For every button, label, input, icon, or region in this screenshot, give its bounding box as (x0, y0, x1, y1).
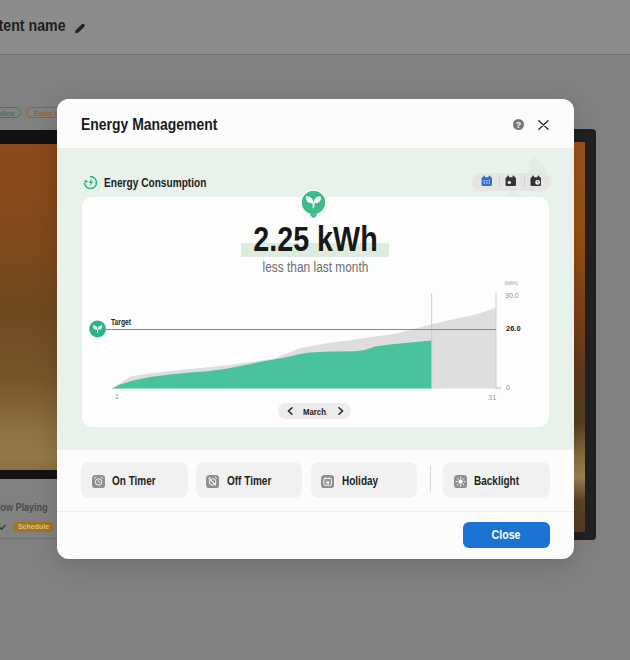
svg-text:(kWh): (kWh) (505, 280, 519, 286)
svg-text:Target: Target (111, 317, 131, 327)
svg-text:0: 0 (506, 384, 510, 391)
svg-text:31: 31 (488, 393, 496, 402)
svg-text:1: 1 (115, 393, 119, 400)
svg-text:30.0: 30.0 (505, 292, 519, 299)
svg-text:?: ? (515, 120, 521, 130)
svg-text:26.0: 26.0 (506, 324, 521, 333)
